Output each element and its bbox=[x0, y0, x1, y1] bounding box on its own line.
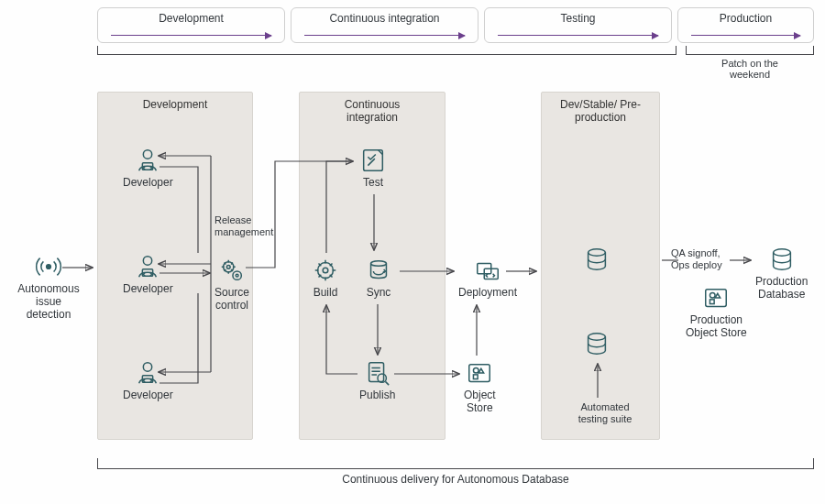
node-label: Autonomous issue detection bbox=[17, 283, 79, 321]
node-label: Build bbox=[314, 287, 338, 300]
svg-point-23 bbox=[588, 334, 606, 341]
phase-row: Development Continuous integration Testi… bbox=[97, 7, 814, 43]
test-icon bbox=[359, 147, 387, 174]
node-label: Object Store bbox=[464, 389, 496, 415]
node-label: Developer bbox=[123, 177, 173, 190]
arrow-icon bbox=[498, 35, 658, 36]
node-label: Deployment bbox=[458, 287, 517, 300]
phase-ci: Continuous integration bbox=[291, 7, 478, 43]
svg-point-13 bbox=[323, 268, 328, 273]
phase-production: Production bbox=[677, 7, 814, 43]
svg-point-5 bbox=[144, 363, 152, 371]
svg-point-1 bbox=[144, 150, 152, 159]
node-object-store: Object Store bbox=[464, 359, 496, 415]
node-developer-2: Developer bbox=[123, 253, 173, 296]
caption-bottom: Continuous delivery for Autonomous Datab… bbox=[97, 473, 814, 486]
arrow-icon bbox=[304, 35, 465, 36]
signal-icon bbox=[35, 253, 62, 280]
node-sync: Sync bbox=[365, 257, 392, 300]
svg-point-14 bbox=[371, 261, 387, 267]
node-publish: Publish bbox=[359, 359, 395, 402]
node-label: Sync bbox=[367, 287, 391, 300]
node-production-database: Production Database bbox=[755, 246, 808, 301]
band-title: Continuous integration bbox=[322, 98, 423, 124]
svg-rect-15 bbox=[368, 363, 383, 382]
node-label: Source control bbox=[214, 287, 249, 312]
gears-icon bbox=[218, 257, 246, 284]
phase-label: Continuous integration bbox=[329, 12, 439, 25]
svg-point-9 bbox=[233, 271, 241, 279]
node-preprod-db-1 bbox=[583, 246, 610, 273]
svg-point-22 bbox=[588, 249, 606, 257]
phase-testing: Testing bbox=[484, 7, 672, 43]
node-preprod-db-2 bbox=[583, 330, 610, 357]
deployment-icon bbox=[474, 257, 501, 284]
caption-qa-signoff: QA signoff, Ops deploy bbox=[671, 247, 722, 270]
band-title: Dev/Stable/ Pre-production bbox=[549, 98, 652, 124]
band-title: Development bbox=[105, 98, 245, 111]
node-label: Production Object Store bbox=[686, 314, 747, 340]
svg-point-20 bbox=[474, 367, 479, 373]
arrow-icon bbox=[111, 35, 271, 36]
node-label: Developer bbox=[123, 389, 173, 402]
node-production-object-store: Production Object Store bbox=[686, 284, 747, 340]
bracket-bottom bbox=[97, 458, 814, 469]
caption-patch-weekend: Patch on the weekend bbox=[686, 58, 814, 80]
arrow-icon bbox=[691, 35, 800, 36]
node-build: Build bbox=[312, 257, 339, 300]
svg-point-3 bbox=[144, 257, 152, 265]
phase-label: Production bbox=[720, 12, 772, 25]
document-search-icon bbox=[364, 359, 391, 387]
svg-rect-26 bbox=[710, 300, 715, 304]
developer-icon bbox=[134, 253, 161, 280]
node-label: Developer bbox=[123, 283, 173, 296]
database-icon bbox=[583, 330, 610, 357]
database-icon bbox=[768, 246, 796, 273]
phase-label: Testing bbox=[560, 12, 595, 25]
node-deployment: Deployment bbox=[458, 257, 517, 300]
database-icon bbox=[583, 246, 610, 273]
svg-rect-21 bbox=[474, 375, 478, 379]
node-test: Test bbox=[359, 147, 387, 190]
node-label: Production Database bbox=[755, 276, 808, 301]
svg-point-8 bbox=[226, 265, 230, 268]
node-developer-3: Developer bbox=[123, 359, 173, 402]
node-developer-1: Developer bbox=[123, 147, 173, 190]
caption-release-mgmt: Release management bbox=[214, 214, 273, 237]
svg-point-25 bbox=[710, 292, 716, 298]
object-store-icon bbox=[702, 284, 730, 312]
developer-icon bbox=[134, 359, 161, 387]
object-store-icon bbox=[466, 359, 493, 387]
node-label: Publish bbox=[359, 389, 395, 402]
build-icon bbox=[312, 257, 339, 284]
bracket-top-right bbox=[686, 46, 814, 55]
caption-automated-testing: Automated testing suite bbox=[568, 401, 642, 424]
database-sync-icon bbox=[365, 257, 392, 284]
phase-development: Development bbox=[97, 7, 285, 43]
phase-label: Development bbox=[159, 12, 224, 25]
svg-point-10 bbox=[236, 274, 238, 277]
developer-icon bbox=[134, 147, 161, 174]
svg-point-27 bbox=[773, 249, 790, 257]
bracket-top-left bbox=[97, 46, 676, 55]
svg-point-0 bbox=[47, 265, 51, 269]
node-label: Test bbox=[363, 177, 383, 190]
node-autonomous-issue-detection: Autonomous issue detection bbox=[7, 253, 90, 321]
node-source-control: Source control bbox=[214, 257, 249, 312]
